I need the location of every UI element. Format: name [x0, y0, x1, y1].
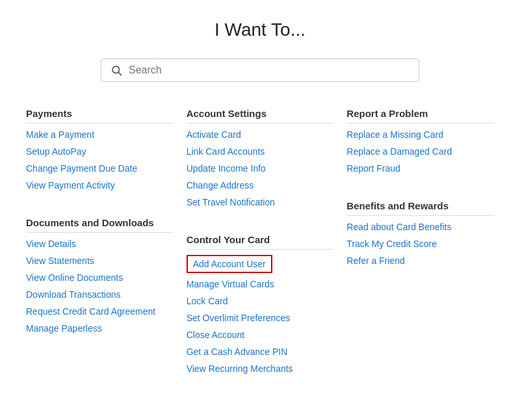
list-item: View Online Documents: [26, 272, 174, 283]
section-links-report-a-problem: Replace a Missing CardReplace a Damaged …: [346, 129, 494, 174]
list-item: View Recurring Merchants: [187, 363, 334, 374]
link-view-recurring-merchants[interactable]: View Recurring Merchants: [187, 363, 293, 374]
search-box: [101, 59, 419, 82]
list-item: Lock Card: [187, 295, 334, 307]
list-item: Set Overlimit Preferences: [187, 312, 334, 324]
list-item: Link Card Accounts: [187, 146, 334, 157]
link-activate-card[interactable]: Activate Card: [187, 129, 241, 140]
list-item: Report Fraud: [346, 163, 494, 174]
list-item: Change Address: [187, 179, 334, 191]
list-item: View Details: [26, 238, 174, 250]
link-view-details[interactable]: View Details: [26, 239, 76, 249]
columns-container: PaymentsMake a PaymentSetup AutoPayChang…: [26, 108, 494, 400]
link-set-overlimit-preferences[interactable]: Set Overlimit Preferences: [187, 313, 291, 323]
section-benefits-rewards: Benefits and RewardsRead about Card Bene…: [346, 200, 494, 267]
list-item: Manage Virtual Cards: [187, 278, 334, 290]
search-input[interactable]: [129, 64, 410, 76]
section-title-documents-downloads: Documents and Downloads: [26, 217, 174, 233]
list-item: View Statements: [26, 255, 174, 267]
link-manage-virtual-cards[interactable]: Manage Virtual Cards: [187, 279, 274, 289]
link-view-payment-activity[interactable]: View Payment Activity: [26, 180, 115, 190]
section-links-payments: Make a PaymentSetup AutoPayChange Paymen…: [26, 129, 174, 191]
section-title-benefits-rewards: Benefits and Rewards: [346, 200, 494, 216]
link-read-about-card-benefits[interactable]: Read about Card Benefits: [346, 222, 451, 232]
section-links-control-your-card: Add Account UserManage Virtual CardsLock…: [187, 255, 334, 374]
link-manage-paperless[interactable]: Manage Paperless: [26, 323, 102, 334]
page-title: I Want To...: [26, 20, 494, 40]
link-refer-a-friend[interactable]: Refer a Friend: [346, 256, 404, 266]
list-item: Request Credit Card Agreement: [26, 306, 174, 317]
link-download-transactions[interactable]: Download Transactions: [26, 289, 121, 300]
section-account-settings: Account SettingsActivate CardLink Card A…: [187, 108, 334, 208]
link-setup-autopay[interactable]: Setup AutoPay: [26, 146, 86, 157]
link-replace-a-missing-card[interactable]: Replace a Missing Card: [346, 129, 443, 140]
section-title-report-a-problem: Report a Problem: [346, 108, 494, 124]
list-item: Update Income Info: [187, 163, 334, 174]
list-item: Add Account User: [187, 255, 334, 273]
search-container: [26, 59, 494, 82]
link-get-a-cash-advance-pin[interactable]: Get a Cash Advance PIN: [187, 347, 288, 357]
link-update-income-info[interactable]: Update Income Info: [187, 163, 266, 174]
list-item: View Payment Activity: [26, 179, 174, 191]
svg-line-1: [118, 72, 121, 75]
list-item: Change Payment Due Date: [26, 163, 174, 174]
list-item: Replace a Damaged Card: [346, 146, 494, 157]
link-track-my-credit-score[interactable]: Track My Credit Score: [346, 239, 437, 249]
link-add-account-user[interactable]: Add Account User: [187, 255, 272, 273]
column-1: Account SettingsActivate CardLink Card A…: [187, 108, 347, 400]
section-links-account-settings: Activate CardLink Card AccountsUpdate In…: [187, 129, 334, 208]
section-links-benefits-rewards: Read about Card BenefitsTrack My Credit …: [346, 221, 494, 267]
section-control-your-card: Control Your CardAdd Account UserManage …: [187, 234, 334, 374]
section-report-a-problem: Report a ProblemReplace a Missing CardRe…: [346, 108, 494, 174]
link-change-payment-due-date[interactable]: Change Payment Due Date: [26, 163, 137, 174]
list-item: Close Account: [187, 329, 334, 341]
column-0: PaymentsMake a PaymentSetup AutoPayChang…: [26, 108, 187, 400]
link-set-travel-notification[interactable]: Set Travel Notification: [187, 197, 275, 207]
list-item: Manage Paperless: [26, 322, 174, 334]
list-item: Make a Payment: [26, 129, 174, 140]
list-item: Activate Card: [187, 129, 334, 140]
section-title-control-your-card: Control Your Card: [187, 234, 334, 250]
link-replace-a-damaged-card[interactable]: Replace a Damaged Card: [346, 146, 452, 157]
section-links-documents-downloads: View DetailsView StatementsView Online D…: [26, 238, 174, 334]
section-documents-downloads: Documents and DownloadsView DetailsView …: [26, 217, 174, 334]
section-title-payments: Payments: [26, 108, 174, 124]
link-request-credit-card-agreement[interactable]: Request Credit Card Agreement: [26, 306, 155, 317]
list-item: Set Travel Notification: [187, 196, 334, 208]
page-container: I Want To... PaymentsMake a PaymentSetup…: [0, 0, 520, 420]
section-payments: PaymentsMake a PaymentSetup AutoPayChang…: [26, 108, 174, 191]
link-report-fraud[interactable]: Report Fraud: [346, 163, 400, 174]
list-item: Read about Card Benefits: [346, 221, 494, 233]
list-item: Download Transactions: [26, 289, 174, 300]
list-item: Setup AutoPay: [26, 146, 174, 157]
search-icon: [110, 64, 122, 76]
column-2: Report a ProblemReplace a Missing CardRe…: [346, 108, 494, 400]
list-item: Refer a Friend: [346, 255, 494, 267]
link-view-statements[interactable]: View Statements: [26, 256, 94, 266]
link-make-a-payment[interactable]: Make a Payment: [26, 129, 94, 140]
list-item: Track My Credit Score: [346, 238, 494, 250]
link-view-online-documents[interactable]: View Online Documents: [26, 272, 123, 283]
link-close-account[interactable]: Close Account: [187, 330, 245, 340]
link-link-card-accounts[interactable]: Link Card Accounts: [187, 146, 265, 157]
link-change-address[interactable]: Change Address: [187, 180, 254, 190]
section-title-account-settings: Account Settings: [187, 108, 334, 124]
list-item: Get a Cash Advance PIN: [187, 346, 334, 358]
list-item: Replace a Missing Card: [346, 129, 494, 140]
link-lock-card[interactable]: Lock Card: [187, 296, 228, 306]
